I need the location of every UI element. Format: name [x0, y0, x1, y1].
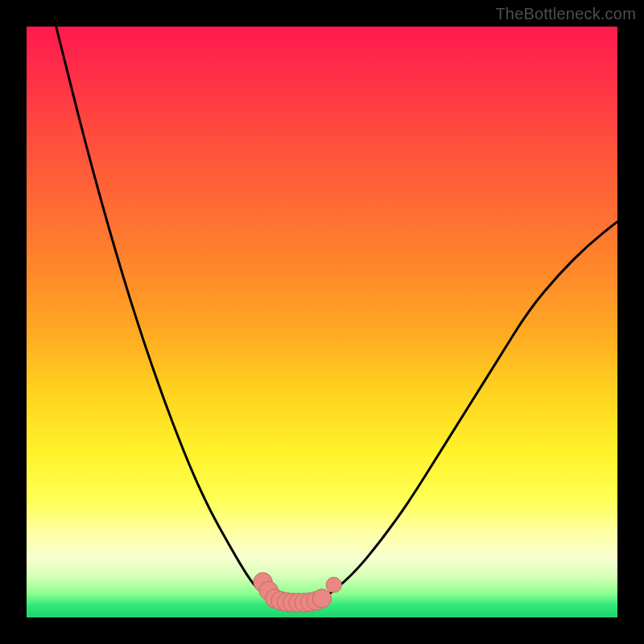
- data-marker: [312, 589, 331, 608]
- chart-frame: TheBottleneck.com: [0, 0, 644, 644]
- curve-svg: [27, 27, 617, 617]
- watermark-text: TheBottleneck.com: [495, 5, 636, 23]
- data-marker: [326, 577, 341, 592]
- marker-group: [254, 572, 341, 612]
- bottleneck-curve: [56, 27, 617, 603]
- plot-area: [27, 27, 617, 617]
